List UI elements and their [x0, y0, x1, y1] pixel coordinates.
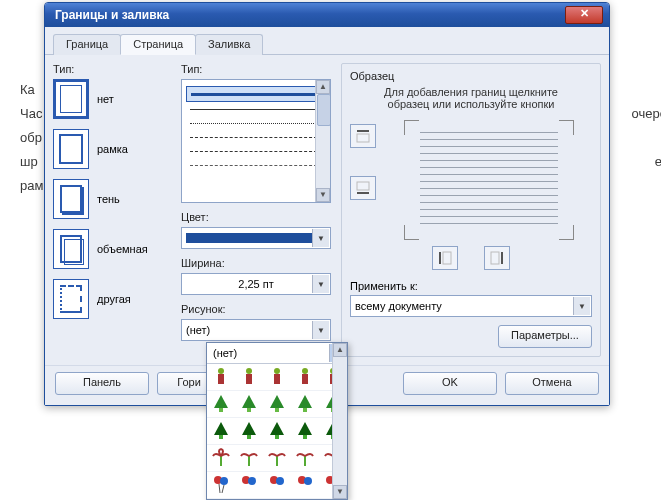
tree-icon	[240, 421, 258, 441]
person-icon	[270, 367, 284, 387]
scroll-thumb[interactable]	[317, 94, 331, 126]
color-swatch	[186, 233, 326, 243]
chevron-down-icon: ▼	[312, 321, 329, 339]
art-option-people[interactable]	[207, 364, 347, 391]
type-none-icon	[53, 79, 89, 119]
tab-shading[interactable]: Заливка	[195, 34, 263, 55]
border-top-button[interactable]	[350, 124, 376, 148]
svg-rect-21	[247, 408, 251, 412]
svg-rect-1	[357, 134, 369, 142]
svg-rect-4	[439, 252, 441, 264]
svg-point-39	[220, 477, 228, 485]
linestyle-label: Тип:	[181, 63, 331, 75]
svg-rect-7	[491, 252, 499, 264]
svg-marker-32	[270, 422, 284, 435]
type-shadow[interactable]: тень	[53, 179, 171, 219]
balloon-icon	[213, 475, 229, 495]
palm-icon	[240, 448, 258, 468]
border-bottom-button[interactable]	[350, 176, 376, 200]
cancel-button[interactable]: Отмена	[505, 372, 599, 395]
close-icon: ✕	[580, 7, 589, 19]
page-preview[interactable]	[386, 120, 592, 240]
tree-icon	[212, 394, 230, 414]
tree-icon	[212, 421, 230, 441]
chevron-down-icon: ▼	[312, 229, 329, 247]
balloon-icon	[269, 475, 285, 495]
scroll-down-icon[interactable]: ▼	[316, 188, 330, 202]
scroll-down-icon[interactable]: ▼	[333, 485, 347, 499]
chevron-down-icon: ▼	[573, 297, 590, 315]
art-option-palms[interactable]	[207, 445, 347, 472]
svg-rect-9	[218, 374, 224, 384]
svg-marker-20	[242, 395, 256, 408]
border-top-icon	[356, 129, 370, 143]
panel-button[interactable]: Панель	[55, 372, 149, 395]
svg-rect-3	[357, 182, 369, 190]
balloon-icon	[297, 475, 313, 495]
svg-rect-11	[246, 374, 252, 384]
svg-rect-29	[219, 435, 223, 439]
art-option-balloons[interactable]	[207, 472, 347, 499]
scroll-up-icon[interactable]: ▲	[333, 343, 347, 357]
svg-point-12	[274, 368, 280, 374]
svg-rect-33	[275, 435, 279, 439]
balloon-icon	[241, 475, 257, 495]
art-option-trees-light[interactable]	[207, 391, 347, 418]
type-shadow-icon	[53, 179, 89, 219]
preview-title: Образец	[350, 70, 592, 82]
tabstrip: Граница Страница Заливка	[45, 27, 609, 55]
type-3d-icon	[53, 229, 89, 269]
titlebar[interactable]: Границы и заливка ✕	[45, 3, 609, 27]
tree-icon	[240, 394, 258, 414]
close-button[interactable]: ✕	[565, 6, 603, 24]
person-icon	[298, 367, 312, 387]
tab-border[interactable]: Граница	[53, 34, 121, 55]
art-selected-row[interactable]: (нет) ▼	[207, 343, 347, 364]
svg-rect-6	[501, 252, 503, 264]
svg-rect-19	[219, 408, 223, 412]
ok-button[interactable]: OK	[403, 372, 497, 395]
svg-rect-13	[274, 374, 280, 384]
border-bottom-icon	[356, 181, 370, 195]
type-box-icon	[53, 129, 89, 169]
palm-icon	[268, 448, 286, 468]
apply-label: Применить к:	[350, 280, 592, 292]
art-dropdown-popup[interactable]: (нет) ▼ ▲ ▼	[206, 342, 348, 500]
palm-icon	[296, 448, 314, 468]
dialog-title: Границы и заливка	[55, 8, 169, 22]
preview-group: Образец Для добавления границ щелкните о…	[341, 63, 601, 357]
border-right-icon	[490, 251, 504, 265]
linestyle-scrollbar[interactable]: ▲ ▼	[315, 80, 330, 202]
svg-rect-25	[303, 408, 307, 412]
type-custom-icon	[53, 279, 89, 319]
art-dropdown[interactable]: (нет) ▼	[181, 319, 331, 341]
scroll-up-icon[interactable]: ▲	[316, 80, 330, 94]
border-right-button[interactable]	[484, 246, 510, 270]
svg-marker-30	[242, 422, 256, 435]
svg-rect-5	[443, 252, 451, 264]
color-label: Цвет:	[181, 211, 331, 223]
svg-rect-15	[302, 374, 308, 384]
svg-point-43	[276, 477, 284, 485]
apply-dropdown[interactable]: всему документу ▼	[350, 295, 592, 317]
width-dropdown[interactable]: 2,25 пт ▼	[181, 273, 331, 295]
svg-marker-18	[214, 395, 228, 408]
svg-rect-35	[303, 435, 307, 439]
svg-point-45	[304, 477, 312, 485]
person-icon	[242, 367, 256, 387]
type-3d[interactable]: объемная	[53, 229, 171, 269]
border-left-button[interactable]	[432, 246, 458, 270]
linestyle-list[interactable]: ▲ ▼	[181, 79, 331, 203]
art-option-trees-dark[interactable]	[207, 418, 347, 445]
art-label: Рисунок:	[181, 303, 331, 315]
tab-page[interactable]: Страница	[120, 34, 196, 55]
art-scrollbar[interactable]: ▲ ▼	[332, 343, 347, 499]
svg-marker-22	[270, 395, 284, 408]
options-button[interactable]: Параметры...	[498, 325, 592, 348]
type-box[interactable]: рамка	[53, 129, 171, 169]
type-none[interactable]: нет	[53, 79, 171, 119]
svg-point-10	[246, 368, 252, 374]
color-dropdown[interactable]: ▼	[181, 227, 331, 249]
chevron-down-icon: ▼	[312, 275, 329, 293]
type-custom[interactable]: другая	[53, 279, 171, 319]
